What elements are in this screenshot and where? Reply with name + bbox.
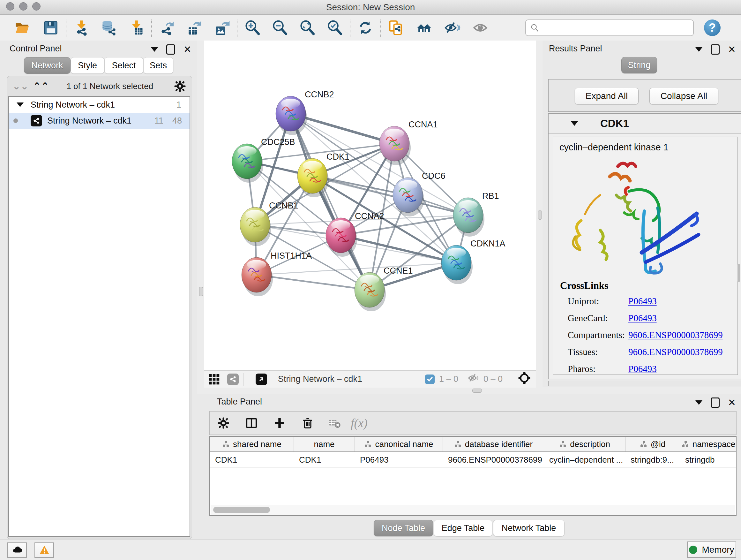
network-view-type-icon[interactable] bbox=[227, 374, 239, 385]
import-table-button[interactable] bbox=[126, 18, 146, 37]
title-bar: Session: New Session bbox=[0, 0, 741, 15]
gene-expander-icon[interactable] bbox=[571, 121, 578, 126]
crosslink-link[interactable]: 9606.ENSP00000378699 bbox=[628, 330, 723, 340]
bottom-panel-divider[interactable] bbox=[197, 387, 741, 394]
clone-network-button[interactable] bbox=[386, 18, 406, 37]
add-column-icon[interactable] bbox=[270, 414, 289, 432]
results-panel-float-icon[interactable] bbox=[711, 44, 720, 55]
results-panel-menu-icon[interactable] bbox=[695, 47, 702, 52]
node-table: shared namenamecanonical namedatabase id… bbox=[209, 436, 737, 516]
search-field[interactable] bbox=[525, 19, 694, 36]
control-panel-menu-icon[interactable] bbox=[151, 47, 158, 52]
save-session-button[interactable] bbox=[41, 18, 61, 37]
column-header-database-identifier[interactable]: database identifier bbox=[443, 437, 544, 451]
column-tree-icon bbox=[559, 440, 567, 448]
table-panel-float-icon[interactable] bbox=[711, 397, 720, 408]
column-header-canonical-name[interactable]: canonical name bbox=[355, 437, 443, 451]
results-scrollbar-thumb[interactable] bbox=[738, 264, 740, 282]
expand-all-networks-icon[interactable]: ⌃⌃ bbox=[33, 81, 49, 91]
import-network-button[interactable] bbox=[71, 18, 91, 37]
window-zoom-button[interactable] bbox=[32, 2, 41, 10]
table-options-gear-icon[interactable] bbox=[214, 414, 232, 432]
tab-sets[interactable]: Sets bbox=[143, 57, 173, 74]
export-image-button[interactable] bbox=[212, 18, 232, 37]
network-collection-row[interactable]: String Network – cdk1 1 bbox=[9, 97, 190, 113]
network-row-selected[interactable]: String Network – cdk1 11 48 bbox=[9, 113, 190, 129]
zoom-in-button[interactable] bbox=[243, 18, 262, 37]
horizontal-scrollbar[interactable] bbox=[211, 505, 735, 515]
expand-all-button[interactable]: Expand All bbox=[575, 88, 638, 105]
column-header-description[interactable]: description bbox=[544, 437, 625, 451]
show-all-button[interactable] bbox=[470, 18, 490, 37]
tab-string[interactable]: String bbox=[621, 57, 657, 73]
window-minimize-button[interactable] bbox=[19, 2, 27, 10]
crosslink-link[interactable]: P06493 bbox=[628, 296, 657, 307]
collapse-all-button[interactable]: Collapse All bbox=[650, 88, 718, 105]
table-panel-close-icon[interactable]: ✕ bbox=[728, 398, 736, 408]
delete-column-icon[interactable] bbox=[298, 414, 317, 432]
divider-grip[interactable] bbox=[472, 388, 482, 393]
crosslink-link[interactable]: P06493 bbox=[628, 313, 657, 323]
detach-view-icon[interactable] bbox=[256, 374, 267, 385]
network-canvas[interactable]: CCNB2CCNA1CDC25BCDK1CDC6RB1CCNB1CCNA2CDK… bbox=[204, 41, 536, 370]
tab-node-table[interactable]: Node Table bbox=[374, 520, 433, 537]
navigator-crosshair-icon[interactable] bbox=[518, 371, 531, 387]
column-header-label: database identifier bbox=[465, 439, 533, 449]
show-columns-icon[interactable] bbox=[242, 414, 261, 432]
zoom-out-button[interactable] bbox=[270, 18, 290, 37]
tab-select[interactable]: Select bbox=[105, 57, 143, 74]
search-input[interactable] bbox=[539, 22, 689, 33]
grid-view-icon[interactable] bbox=[205, 370, 223, 388]
memory-button[interactable]: Memory bbox=[687, 542, 736, 558]
network-edge[interactable] bbox=[257, 275, 369, 290]
hidden-eye-icon[interactable] bbox=[468, 372, 480, 386]
crosslink-link[interactable]: 9606.ENSP00000378699 bbox=[628, 347, 723, 357]
network-edge[interactable] bbox=[291, 114, 369, 290]
tab-network-table[interactable]: Network Table bbox=[493, 520, 564, 537]
help-button[interactable]: ? bbox=[704, 19, 721, 36]
zoom-selected-button[interactable] bbox=[325, 18, 345, 37]
column-header-shared-name[interactable]: shared name bbox=[210, 437, 294, 451]
warnings-button[interactable] bbox=[35, 543, 54, 558]
zoom-fit-button[interactable] bbox=[297, 18, 317, 37]
network-node-ccnb2[interactable]: CCNB2 bbox=[276, 90, 334, 135]
network-options-gear-icon[interactable] bbox=[171, 77, 189, 96]
node-label: RB1 bbox=[482, 191, 499, 201]
divider-grip[interactable] bbox=[538, 210, 542, 220]
network-node-cdc25b[interactable]: CDC25B bbox=[232, 137, 295, 183]
tab-network[interactable]: Network bbox=[24, 57, 71, 74]
column-header--id[interactable]: @id bbox=[625, 437, 680, 451]
results-panel-close-icon[interactable]: ✕ bbox=[728, 45, 736, 54]
tab-style[interactable]: Style bbox=[71, 57, 105, 74]
crosslink-link[interactable]: P06493 bbox=[628, 364, 657, 374]
control-panel-close-icon[interactable]: ✕ bbox=[184, 45, 192, 54]
network-node-rb1[interactable]: RB1 bbox=[453, 191, 499, 237]
open-session-button[interactable] bbox=[12, 18, 32, 37]
network-node-cdkn1a[interactable]: CDKN1A bbox=[441, 239, 506, 284]
network-edge[interactable] bbox=[313, 176, 468, 215]
network-node-cdc6[interactable]: CDC6 bbox=[393, 171, 446, 216]
divider-grip[interactable] bbox=[199, 287, 203, 296]
export-network-button[interactable] bbox=[157, 18, 177, 37]
table-panel-menu-icon[interactable] bbox=[695, 400, 702, 405]
network-node-ccne1[interactable]: CCNE1 bbox=[354, 266, 413, 311]
tab-edge-table[interactable]: Edge Table bbox=[434, 520, 492, 537]
cloud-status-button[interactable] bbox=[7, 543, 27, 558]
right-panel-divider[interactable] bbox=[536, 41, 543, 387]
column-header-name[interactable]: name bbox=[294, 437, 355, 451]
window-close-button[interactable] bbox=[6, 2, 14, 10]
table-row[interactable]: CDK1CDK1P064939606.ENSP00000378699cyclin… bbox=[210, 452, 736, 468]
import-network-from-database-button[interactable] bbox=[99, 18, 119, 37]
hide-selected-button[interactable] bbox=[442, 18, 462, 37]
scrollbar-thumb[interactable] bbox=[213, 507, 270, 513]
export-table-button[interactable] bbox=[185, 18, 204, 37]
collection-expander-icon[interactable] bbox=[17, 103, 23, 107]
collapse-all-networks-icon[interactable]: ⌄⌄ bbox=[12, 81, 28, 91]
selected-checkbox-icon[interactable] bbox=[425, 374, 434, 384]
control-panel-float-icon[interactable] bbox=[166, 44, 175, 55]
network-view-statusbar: String Network – cdk1 1 – 0 0 – 0 bbox=[204, 370, 536, 388]
column-header-namespace[interactable]: namespace bbox=[680, 437, 737, 451]
left-panel-divider[interactable] bbox=[197, 41, 204, 387]
first-neighbors-button[interactable] bbox=[414, 18, 434, 37]
apply-layout-button[interactable] bbox=[355, 18, 375, 37]
